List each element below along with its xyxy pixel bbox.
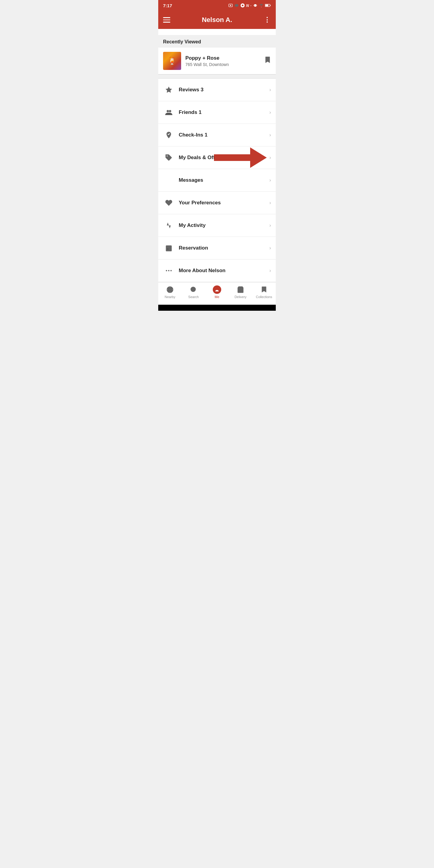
- hamburger-menu-button[interactable]: [163, 17, 170, 23]
- svg-point-25: [170, 289, 170, 290]
- netflix-status-icon: N: [246, 3, 249, 8]
- activity-label: My Activity: [179, 222, 270, 228]
- activity-icon: [163, 220, 175, 231]
- menu-item-checkins[interactable]: Check-Ins 1 ›: [158, 124, 276, 147]
- svg-point-22: [168, 270, 169, 271]
- reviews-label: Reviews 3: [179, 87, 270, 93]
- header-title: Nelson A.: [202, 16, 232, 24]
- eye-status-icon: [234, 3, 239, 8]
- dots-icon: [163, 265, 175, 276]
- menu-list: Reviews 3 › Friends 1 › Check-Ins 1 ›: [158, 79, 276, 282]
- chevron-right-icon: ›: [270, 110, 271, 115]
- reservation-label: Reservation: [179, 245, 270, 251]
- friends-label: Friends 1: [179, 110, 270, 116]
- wifi-status-icon: [259, 3, 264, 8]
- bag-icon: [236, 285, 245, 294]
- menu-item-friends[interactable]: Friends 1 ›: [158, 101, 276, 124]
- me-label: Me: [215, 295, 219, 299]
- star-icon: [163, 84, 175, 96]
- restaurant-address: 765 Wall St, Downtown: [185, 62, 261, 67]
- menu-item-activity[interactable]: My Activity ›: [158, 214, 276, 237]
- menu-item-more[interactable]: More About Nelson ›: [158, 259, 276, 282]
- nearby-label: Nearby: [164, 295, 175, 299]
- nav-item-delivery[interactable]: Delivery: [229, 285, 252, 299]
- heart-icon: [163, 197, 175, 209]
- calendar-icon: [163, 242, 175, 254]
- restaurant-info: Poppy + Rose 765 Wall St, Downtown: [185, 55, 261, 67]
- recently-viewed-header: Recently Viewed: [158, 35, 276, 48]
- menu-item-preferences[interactable]: Your Preferences ›: [158, 192, 276, 214]
- chevron-right-icon: ›: [270, 268, 271, 273]
- svg-point-26: [190, 287, 195, 292]
- svg-rect-16: [166, 245, 172, 251]
- chevron-right-icon: ›: [270, 178, 271, 183]
- menu-item-deals[interactable]: My Deals & Offers 1 ›: [158, 147, 276, 169]
- svg-point-13: [169, 110, 172, 113]
- tag-icon: [163, 152, 175, 163]
- messages-label: Messages: [179, 177, 270, 183]
- chevron-right-icon: ›: [270, 223, 271, 228]
- collections-bookmark-icon: [260, 285, 268, 294]
- svg-point-27: [216, 288, 218, 290]
- more-options-button[interactable]: ⋮: [264, 16, 271, 24]
- nav-item-collections[interactable]: Collections: [252, 285, 276, 299]
- vibrate-status-icon: [253, 3, 258, 8]
- svg-rect-6: [254, 5, 254, 6]
- svg-point-23: [170, 270, 172, 271]
- chevron-right-icon: ›: [270, 132, 271, 138]
- chevron-right-icon: ›: [270, 200, 271, 206]
- chevron-right-icon: ›: [270, 155, 271, 160]
- status-bar: 7:17 N ·: [158, 0, 276, 11]
- svg-point-1: [230, 5, 231, 6]
- me-icon: [213, 285, 221, 294]
- more-about-label: More About Nelson: [179, 268, 270, 274]
- dot-status-icon: ·: [250, 3, 252, 8]
- status-icons: N ·: [228, 3, 271, 8]
- chevron-right-icon: ›: [270, 87, 271, 93]
- restaurant-name: Poppy + Rose: [185, 55, 261, 61]
- nav-item-me[interactable]: Me: [205, 285, 229, 299]
- chevron-right-icon: ›: [270, 245, 271, 251]
- bottom-bar: [158, 305, 276, 311]
- svg-rect-11: [265, 4, 268, 6]
- status-time: 7:17: [163, 3, 172, 8]
- search-icon: [189, 285, 198, 294]
- svg-point-21: [166, 270, 167, 271]
- restaurant-thumbnail: 🍹: [163, 52, 181, 70]
- menu-item-reservation[interactable]: Reservation ›: [158, 237, 276, 259]
- menu-item-messages[interactable]: Messages ›: [158, 169, 276, 192]
- svg-rect-7: [256, 5, 257, 6]
- svg-point-4: [242, 4, 243, 6]
- svg-rect-15: [165, 178, 172, 183]
- checkin-icon: [163, 129, 175, 141]
- svg-point-12: [167, 110, 169, 113]
- compass-icon: [166, 285, 174, 294]
- search-label: Search: [188, 295, 199, 299]
- checkins-label: Check-Ins 1: [179, 132, 270, 138]
- battery-status-icon: [265, 4, 271, 7]
- preferences-label: Your Preferences: [179, 200, 270, 206]
- header: Nelson A. ⋮: [158, 11, 276, 29]
- cbs-status-icon: [240, 3, 245, 8]
- svg-rect-20: [167, 248, 168, 250]
- friends-icon: [163, 107, 175, 118]
- svg-rect-10: [270, 5, 271, 6]
- delivery-label: Delivery: [235, 295, 247, 299]
- svg-rect-5: [254, 4, 256, 7]
- top-spacer: [158, 29, 276, 35]
- recently-viewed-item[interactable]: 🍹 Poppy + Rose 765 Wall St, Downtown: [158, 48, 276, 74]
- collections-label: Collections: [256, 295, 272, 299]
- envelope-icon: [163, 175, 175, 186]
- svg-point-14: [167, 156, 167, 156]
- bookmark-button[interactable]: [264, 56, 271, 66]
- menu-item-reviews[interactable]: Reviews 3 ›: [158, 79, 276, 101]
- deals-label: My Deals & Offers 1: [179, 155, 270, 161]
- section-divider: [158, 74, 276, 79]
- bottom-navigation: Nearby Search Me: [158, 282, 276, 305]
- nav-item-search[interactable]: Search: [182, 285, 205, 299]
- photo-status-icon: [228, 3, 233, 8]
- nav-item-nearby[interactable]: Nearby: [158, 285, 182, 299]
